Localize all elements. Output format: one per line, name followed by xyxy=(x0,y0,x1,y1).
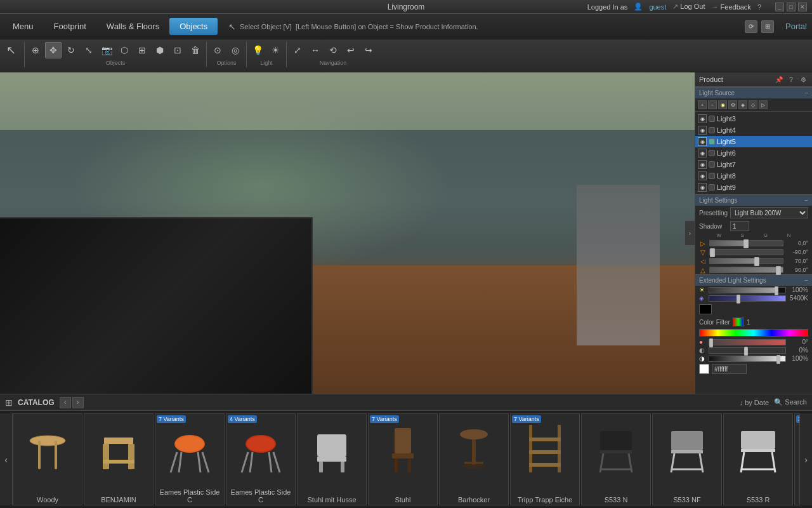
option1-button[interactable]: ⊙ xyxy=(209,42,226,58)
black-color-swatch[interactable] xyxy=(699,304,712,314)
svg-rect-34 xyxy=(529,450,561,454)
grid-button[interactable]: ⊞ xyxy=(134,42,150,58)
temperature-slider-row: ◈ 5400K xyxy=(695,294,812,302)
catalog-item-benjamin[interactable]: BENJAMIN xyxy=(84,413,154,505)
light-delete-button[interactable]: − xyxy=(708,100,717,109)
nav4-button[interactable]: ↩ xyxy=(343,42,359,58)
rotation-slider-2[interactable] xyxy=(709,249,783,255)
light-settings4-button[interactable]: ▷ xyxy=(759,100,768,109)
light-settings1-button[interactable]: ⚙ xyxy=(728,100,737,109)
pin-icon[interactable]: 📌 xyxy=(774,74,784,84)
maximize-button[interactable]: □ xyxy=(787,3,796,11)
nav1-button[interactable]: ⤢ xyxy=(289,42,306,58)
light-add-button[interactable]: + xyxy=(698,100,707,109)
panel-tab-product[interactable]: Product xyxy=(699,76,723,83)
catalog-nav-next-button[interactable]: › xyxy=(72,397,84,408)
minimize-button[interactable]: _ xyxy=(775,3,784,11)
extended-light-settings-collapse-button[interactable]: − xyxy=(804,277,808,284)
catalog-sort-button[interactable]: ↓ by Date xyxy=(740,399,769,406)
catalog-item-barhocker[interactable]: Barhocker xyxy=(439,413,509,505)
scale-object-button[interactable]: ⤡ xyxy=(81,42,97,58)
light-item-light5[interactable]: ◉ Light5 xyxy=(695,136,812,147)
light-settings3-button[interactable]: ◇ xyxy=(749,100,757,109)
light-item-light3[interactable]: ◉ Light3 xyxy=(695,113,812,124)
catalog-item-woody[interactable]: Woody xyxy=(13,413,82,505)
light-toggle-button[interactable]: ◉ xyxy=(718,100,727,109)
mesh-button[interactable]: ⬢ xyxy=(152,42,168,58)
light2-button[interactable]: ☀ xyxy=(267,42,284,58)
catalog-search-button[interactable]: 🔍 Search xyxy=(774,398,807,406)
catalog-item-s533n[interactable]: S533 N xyxy=(581,413,651,505)
svg-rect-19 xyxy=(317,434,346,457)
header-icons: ⟳ ⊞ xyxy=(745,20,774,33)
share-icon[interactable]: ⟳ xyxy=(745,20,757,33)
nav5-button[interactable]: ↪ xyxy=(360,42,377,58)
nav3-button[interactable]: ⟲ xyxy=(325,42,341,58)
light-item-light6[interactable]: ◉ Light6 xyxy=(695,147,812,159)
catalog-item-s533r[interactable]: S533 R xyxy=(723,413,793,505)
catalog-item-eames-red[interactable]: 4 Variants Eames Plastic Side C xyxy=(226,413,296,505)
presetting-label: Presetting xyxy=(699,210,728,217)
value-slider[interactable] xyxy=(709,356,786,362)
light-item-light9[interactable]: ◉ Light9 xyxy=(695,182,812,193)
nav2-button[interactable]: ↔ xyxy=(307,42,324,58)
catalog-item-eames-orange[interactable]: 7 Variants Eames Plastic Side C xyxy=(155,413,225,505)
view-icon[interactable]: ⊞ xyxy=(761,20,774,33)
3d-viewport[interactable]: › xyxy=(0,72,695,394)
color-filter-preview[interactable] xyxy=(733,318,744,326)
saturation-slider[interactable] xyxy=(709,347,786,354)
logout-link[interactable]: ↗ Log Out xyxy=(672,3,705,11)
rotation-slider-4[interactable] xyxy=(709,267,783,273)
help-icon[interactable]: ? xyxy=(757,3,761,11)
feedback-link[interactable]: → Feedback xyxy=(712,3,751,11)
light-settings-section-header: Light Settings − xyxy=(695,194,812,206)
hex-color-input[interactable] xyxy=(712,364,747,374)
catalog-item-panton[interactable]: 3 Variants Panton Chair xyxy=(794,413,799,505)
menu-item-objects[interactable]: Objects xyxy=(169,18,218,35)
white-swatch xyxy=(699,364,709,374)
delete-button[interactable]: 🗑 xyxy=(187,42,204,58)
settings-panel-icon[interactable]: ⚙ xyxy=(798,74,808,84)
rotate-object-button[interactable]: ↻ xyxy=(63,42,79,58)
help-panel-icon[interactable]: ? xyxy=(786,74,796,84)
move-object-button[interactable]: ✥ xyxy=(45,42,62,58)
menu-item-footprint[interactable]: Footprint xyxy=(44,18,96,35)
intensity-slider[interactable] xyxy=(709,287,786,293)
shadow-input[interactable] xyxy=(730,221,749,231)
cursor-tool-button[interactable]: ↖ xyxy=(3,42,19,58)
light-item-light4[interactable]: ◉ Light4 xyxy=(695,124,812,136)
value-value: 100% xyxy=(788,355,808,362)
catalog-item-s533nf[interactable]: S533 NF xyxy=(652,413,722,505)
menu-item-menu[interactable]: Menu xyxy=(3,18,44,35)
close-button[interactable]: ✕ xyxy=(798,3,807,11)
select-object-button[interactable]: ⊕ xyxy=(27,42,44,58)
catalog-item-stuhl-husse[interactable]: Stuhl mit Husse xyxy=(297,413,367,505)
light-settings-collapse-button[interactable]: − xyxy=(804,197,808,204)
camera-button[interactable]: 📷 xyxy=(98,42,115,58)
light-source-collapse-button[interactable]: − xyxy=(804,90,808,97)
catalog-item-tripp-trapp[interactable]: 7 Variants Tripp Trapp Eiche xyxy=(510,413,580,505)
catalog-item-stuhl[interactable]: 7 Variants Stuhl xyxy=(368,413,438,505)
3d-view-button[interactable]: ⬡ xyxy=(116,42,133,58)
rotation-slider-1[interactable] xyxy=(709,240,783,246)
catalog-nav-prev-button[interactable]: ‹ xyxy=(60,397,71,408)
panel-toggle-button[interactable]: › xyxy=(684,220,695,246)
hue-slider[interactable] xyxy=(709,339,786,345)
light1-button[interactable]: 💡 xyxy=(249,42,266,58)
option2-button[interactable]: ◎ xyxy=(227,42,244,58)
intensity-value: 100% xyxy=(788,286,808,293)
catalog-scroll-left-button[interactable]: ‹ xyxy=(0,413,13,505)
temperature-slider[interactable] xyxy=(709,295,786,302)
light-item-light7[interactable]: ◉ Light7 xyxy=(695,159,812,170)
catalog-scroll-right-button[interactable]: › xyxy=(799,413,812,505)
color-gradient[interactable] xyxy=(699,329,808,337)
copy-button[interactable]: ⊡ xyxy=(169,42,186,58)
light-item-light8[interactable]: ◉ Light8 xyxy=(695,170,812,182)
portal-button[interactable]: Portal xyxy=(785,22,807,31)
menu-item-walls-floors[interactable]: Walls & Floors xyxy=(96,18,169,35)
light-settings2-button[interactable]: ◈ xyxy=(738,100,747,109)
username[interactable]: guest xyxy=(649,3,666,11)
presetting-select[interactable]: Light Bulb 200W xyxy=(730,207,808,218)
light6-name: Light6 xyxy=(717,149,736,157)
rotation-slider-3[interactable] xyxy=(709,258,783,264)
